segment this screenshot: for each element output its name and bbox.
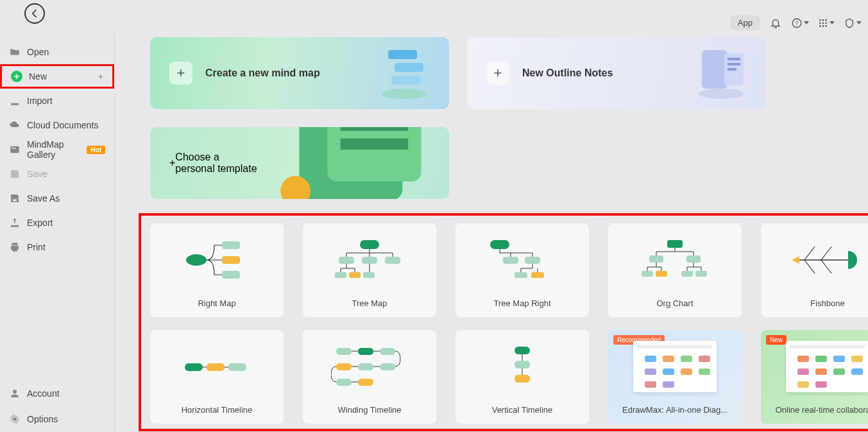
app-button[interactable]: App [730,15,760,30]
svg-point-18 [382,89,427,99]
svg-rect-68 [515,375,530,383]
template-right-map[interactable]: Right Map [150,223,284,317]
template-online-real-time-collaborat[interactable]: NewOnline real-time collaborat... [761,330,868,424]
template-diagram [150,223,284,296]
sidebar: Open + New + Import Cloud Documents Mind… [0,32,115,432]
template-fishbone[interactable]: Fishbone [761,223,868,317]
template-label: Online real-time collaborat... [776,405,868,415]
bell-icon[interactable] [769,17,782,30]
svg-rect-60 [380,348,395,355]
template-org-chart[interactable]: Org Chart [608,223,742,317]
sidebar-item-account[interactable]: Account [0,381,115,406]
svg-rect-40 [349,272,361,278]
template-diagram [761,223,868,296]
template-label: Fishbone [810,298,844,308]
svg-rect-35 [360,240,379,249]
svg-rect-65 [358,379,373,386]
template-horizontal-timeline[interactable]: Horizontal Timeline [150,330,284,424]
svg-rect-47 [667,240,683,248]
main-content: App ? + Create a new mind map + New Outl… [115,0,868,432]
svg-rect-37 [362,257,377,264]
gallery-icon [9,144,21,155]
template-label: Org Chart [656,298,693,308]
save-as-icon [9,193,21,204]
template-label: EdrawMax: All-in-one Diag... [622,405,728,415]
sidebar-label: MindMap Gallery [27,139,83,160]
svg-rect-19 [702,50,728,89]
sidebar-label: Open [27,47,49,57]
svg-rect-46 [531,272,544,278]
svg-rect-66 [515,347,530,354]
svg-rect-48 [649,255,663,263]
template-tree-map-right[interactable]: Tree Map Right [455,223,589,317]
svg-rect-26 [327,127,421,182]
svg-point-6 [819,19,821,21]
cloud-icon [9,119,21,131]
sidebar-item-cloud[interactable]: Cloud Documents [0,113,114,137]
plus-icon: + [486,62,509,85]
apps-dropdown[interactable] [818,18,835,28]
topbar: App ? [730,15,862,30]
template-label: Tree Map [352,298,387,308]
save-icon [9,168,21,180]
template-diagram [455,330,589,402]
help-dropdown[interactable]: ? [791,17,809,29]
template-tree-map[interactable]: Tree Map [303,223,436,317]
svg-rect-34 [222,271,240,279]
plus-icon: + [169,62,192,85]
sidebar-label: Cloud Documents [27,120,98,130]
sidebar-item-save: Save [0,162,114,186]
sidebar-item-gallery[interactable]: MindMap Gallery Hot [0,137,114,162]
personal-template-card[interactable]: + Choose a personal template [150,127,449,199]
svg-rect-45 [515,272,527,278]
svg-rect-23 [728,68,736,71]
svg-rect-52 [681,271,693,277]
theme-dropdown[interactable] [844,17,862,29]
svg-point-14 [825,25,827,27]
template-deco-icon [262,127,449,199]
sidebar-item-export[interactable]: Export [0,211,114,235]
svg-rect-15 [388,50,417,59]
outline-notes-card[interactable]: + New Outline Notes [467,37,766,109]
svg-rect-49 [686,255,701,263]
svg-rect-16 [395,63,423,72]
hero-cards: + Create a new mind map + New Outline No… [150,37,766,109]
back-button[interactable] [24,3,45,24]
sidebar-item-saveas[interactable]: Save As [0,186,114,211]
export-icon [9,217,21,229]
svg-rect-59 [358,348,373,355]
hot-badge: Hot [87,146,105,154]
import-icon [9,95,21,107]
templates-grid: Right MapTree MapTree Map RightOrg Chart… [150,223,868,424]
svg-rect-57 [228,363,246,371]
sidebar-label: Export [27,218,53,228]
svg-rect-53 [695,271,707,277]
template-vertical-timeline[interactable]: Vertical Timeline [455,330,589,424]
sidebar-item-import[interactable]: Import [0,89,114,113]
svg-rect-44 [525,257,540,264]
template-winding-timeline[interactable]: Winding Timeline [303,330,436,424]
template-edrawmax-all-in-one-diag[interactable]: RecommendedEdrawMax: All-in-one Diag... [608,330,742,424]
sidebar-label: Print [27,242,46,252]
sidebar-label: Import [27,96,53,106]
svg-marker-54 [792,256,799,264]
svg-point-31 [186,254,207,266]
svg-rect-67 [515,361,530,368]
card-title: Create a new mind map [205,67,320,79]
create-mindmap-card[interactable]: + Create a new mind map [150,37,449,109]
user-icon [9,388,21,399]
sidebar-label: Options [27,414,58,424]
sidebar-item-open[interactable]: Open [0,40,114,64]
svg-rect-42 [490,240,509,249]
sidebar-item-print[interactable]: Print [0,235,114,259]
svg-rect-39 [335,272,346,278]
svg-rect-61 [336,363,352,370]
sidebar-label: Save As [27,193,60,203]
svg-rect-0 [10,146,19,153]
svg-rect-32 [222,241,240,249]
sidebar-label: Account [27,388,60,399]
sidebar-item-options[interactable]: Options [0,406,115,432]
svg-point-8 [825,19,827,21]
svg-point-24 [699,89,744,99]
sidebar-item-new[interactable]: + New + [0,64,114,89]
